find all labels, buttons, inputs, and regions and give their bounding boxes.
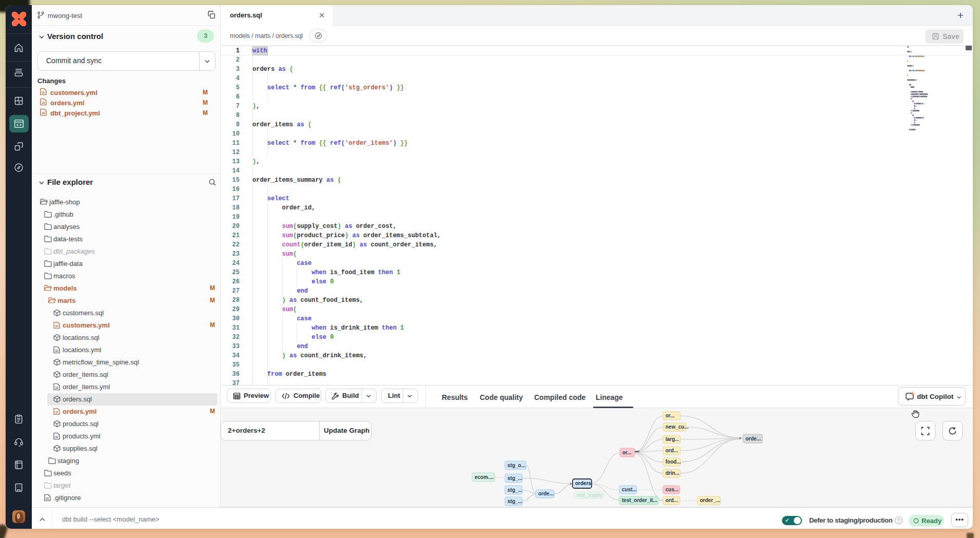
- svg-text:orde...: orde...: [538, 491, 554, 496]
- svg-text:stg_o...: stg_o...: [507, 463, 525, 468]
- svg-text:test_order_it...: test_order_it...: [622, 497, 657, 503]
- svg-text:drin...: drin...: [665, 470, 679, 476]
- svg-text:ord...: ord...: [665, 448, 678, 453]
- svg-text:cust...: cust...: [622, 487, 637, 492]
- svg-text:stg_...: stg_...: [507, 498, 522, 504]
- svg-text:or...: or...: [665, 413, 675, 418]
- svg-text:cus...: cus...: [665, 487, 679, 492]
- svg-text:stg_...: stg_...: [507, 487, 522, 493]
- svg-text:order_...: order_...: [700, 497, 720, 503]
- svg-text:ecom....: ecom....: [475, 474, 494, 480]
- svg-text:orde...: orde...: [746, 436, 761, 441]
- svg-text:or...: or...: [622, 450, 632, 455]
- svg-text:new_cu...: new_cu...: [665, 424, 689, 430]
- svg-text:larg...: larg...: [665, 436, 679, 442]
- svg-text:orders: orders: [575, 481, 592, 486]
- svg-text:stg_...: stg_...: [507, 475, 522, 481]
- svg-text:ord...: ord...: [665, 497, 678, 503]
- svg-text:food...: food...: [665, 459, 681, 465]
- svg-text:test_supply: test_supply: [577, 492, 603, 498]
